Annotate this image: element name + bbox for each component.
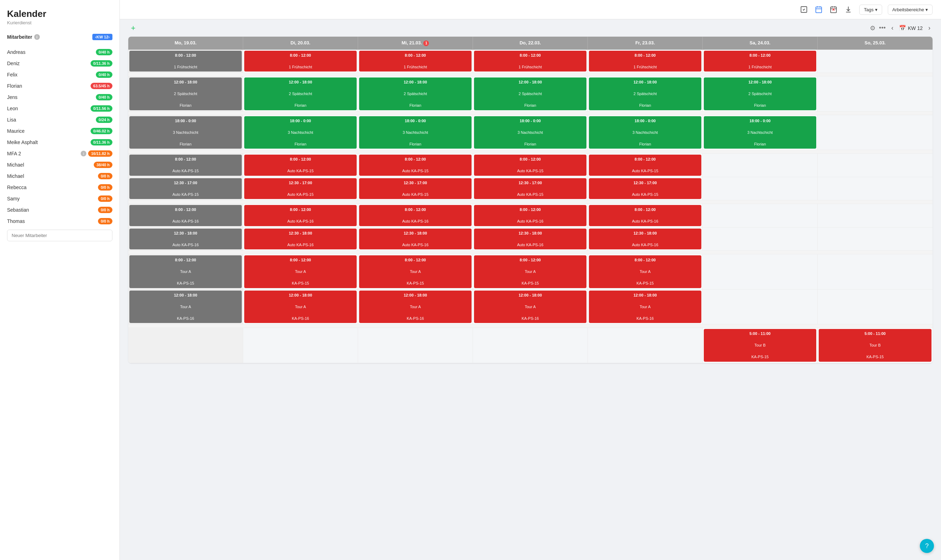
shift-block[interactable]: 12:00 - 18:00Tour AKA-PS-16 [474, 291, 586, 323]
check-icon[interactable] [799, 4, 809, 15]
shift-block[interactable]: 12:30 - 18:00Auto KA-PS-16 [589, 229, 701, 250]
add-shift-button[interactable]: + [128, 23, 138, 33]
calendar-small-icon: 📅 [899, 25, 906, 31]
prev-week-button[interactable]: ‹ [889, 23, 896, 33]
shift-block[interactable]: 8:00 - 12:001 Frühschicht [704, 51, 816, 72]
shift-block[interactable]: 12:00 - 18:002 SpätschichtFlorian [244, 77, 357, 110]
shift-block[interactable]: 8:00 - 12:00Auto KA-PS-15 [359, 155, 472, 176]
employee-name: Leon [7, 106, 18, 111]
shift-block[interactable]: 8:00 - 12:00Tour AKA-PS-15 [359, 255, 472, 288]
shift-block[interactable]: 5:00 - 11:00Tour BKA-PS-15 [819, 329, 932, 362]
calendar-icon[interactable] [813, 4, 824, 15]
shift-block[interactable]: 12:00 - 18:002 SpätschichtFlorian [130, 77, 242, 110]
shift-block[interactable]: 18:00 - 0:003 NachtschichtFlorian [474, 116, 586, 149]
shift-block[interactable]: 8:00 - 12:00Auto KA-PS-15 [244, 155, 357, 176]
employee-list-item[interactable]: Florian63.5/45 h [4, 80, 115, 92]
employee-list-item[interactable]: Samy0/0 h [4, 193, 115, 204]
employee-list-item[interactable]: Andreas0/40 h [4, 46, 115, 58]
employee-name: Sebastian [7, 207, 29, 213]
help-button[interactable]: ? [920, 539, 934, 553]
shift-block[interactable]: 8:00 - 12:00Tour AKA-PS-15 [474, 255, 586, 288]
employee-list-item[interactable]: Sebastian0/0 h [4, 204, 115, 215]
employee-list-item[interactable]: Rebecca0/0 h [4, 182, 115, 193]
shift-block[interactable]: 18:00 - 0:003 NachtschichtFlorian [704, 116, 816, 149]
calendar-cell: 8:00 - 12:001 Frühschicht [128, 50, 243, 73]
shift-block[interactable]: 8:00 - 12:00Tour AKA-PS-15 [244, 255, 357, 288]
shift-block[interactable]: 12:00 - 18:002 SpätschichtFlorian [474, 77, 586, 110]
calendar-cell: 12:00 - 18:002 SpätschichtFlorian [358, 77, 473, 111]
next-week-button[interactable]: › [926, 23, 933, 33]
shift-block[interactable]: 12:30 - 17:00Auto KA-PS-15 [130, 178, 242, 199]
shift-block[interactable]: 12:30 - 18:00Auto KA-PS-16 [130, 229, 242, 250]
cancel-icon[interactable] [828, 4, 839, 15]
shift-block[interactable]: 8:00 - 12:00Auto KA-PS-15 [589, 155, 701, 176]
shift-block[interactable]: 12:00 - 18:00Tour AKA-PS-16 [244, 291, 357, 323]
shift-block[interactable]: 12:30 - 17:00Auto KA-PS-15 [589, 178, 701, 199]
employee-info-icon[interactable]: i [81, 151, 86, 156]
shift-block[interactable]: 8:00 - 12:001 Frühschicht [474, 51, 586, 72]
settings-icon[interactable]: ⚙ [870, 24, 875, 32]
shift-block[interactable]: 8:00 - 12:00Auto KA-PS-16 [244, 205, 357, 226]
sidebar-section: Mitarbeiter i ‹KW 12› [0, 28, 119, 46]
shift-block[interactable]: 8:00 - 12:00Tour AKA-PS-15 [589, 255, 701, 288]
shift-block[interactable]: 12:30 - 18:00Auto KA-PS-16 [359, 229, 472, 250]
shift-block[interactable]: 18:00 - 0:003 NachtschichtFlorian [244, 116, 357, 149]
shift-block[interactable]: 12:30 - 18:00Auto KA-PS-16 [474, 229, 586, 250]
download-icon[interactable] [843, 4, 854, 15]
kw-display: 📅 KW 12 [899, 25, 922, 31]
calendar-cell: 12:00 - 18:00Tour AKA-PS-16 [128, 289, 243, 325]
employee-list-item[interactable]: Deniz0/11.36 h [4, 58, 115, 69]
shift-block[interactable]: 8:00 - 12:001 Frühschicht [244, 51, 357, 72]
employee-name: Meike Asphalt [7, 140, 38, 145]
table-row: 12:30 - 17:00Auto KA-PS-1512:30 - 17:00A… [128, 177, 933, 201]
shift-block[interactable]: 12:30 - 18:00Auto KA-PS-16 [244, 229, 357, 250]
shift-block[interactable]: 12:00 - 18:00Tour AKA-PS-16 [589, 291, 701, 323]
shift-block[interactable]: 12:00 - 18:002 SpätschichtFlorian [704, 77, 816, 110]
shift-block[interactable]: 18:00 - 0:003 NachtschichtFlorian [130, 116, 242, 149]
shift-block[interactable]: 8:00 - 12:00Auto KA-PS-16 [474, 205, 586, 226]
shift-block[interactable]: 8:00 - 12:001 Frühschicht [130, 51, 242, 72]
shift-block[interactable]: 8:00 - 12:00Auto KA-PS-15 [130, 155, 242, 176]
shift-block[interactable]: 8:00 - 12:00Auto KA-PS-16 [589, 205, 701, 226]
employee-list-item[interactable]: MFA 2i16/11.82 h [4, 148, 115, 159]
employee-list-item[interactable]: Lisa0/24 h [4, 114, 115, 125]
shift-block[interactable]: 8:00 - 12:00Tour AKA-PS-15 [130, 255, 242, 288]
shift-block[interactable]: 5:00 - 11:00Tour BKA-PS-15 [704, 329, 816, 362]
calendar-area[interactable]: Mo, 19.03.Di, 20.03.Mi, 21.03.1Do, 22.03… [120, 37, 941, 560]
calendar-cell [818, 177, 933, 200]
employee-list-item[interactable]: Thomas0/0 h [4, 215, 115, 227]
employee-list-item[interactable]: Michael0/0 h [4, 171, 115, 182]
shift-block[interactable]: 12:30 - 17:00Auto KA-PS-15 [244, 178, 357, 199]
shift-block[interactable]: 12:00 - 18:00Tour AKA-PS-16 [130, 291, 242, 323]
employee-list-item[interactable]: Maurice0/46.02 h [4, 125, 115, 137]
employee-list-item[interactable]: Michael38/40 h [4, 159, 115, 171]
info-icon[interactable]: i [34, 34, 40, 40]
shift-block[interactable]: 8:00 - 12:00Auto KA-PS-16 [359, 205, 472, 226]
employee-list-item[interactable]: Jens0/40 h [4, 92, 115, 103]
day-header: Do, 22.03. [473, 37, 588, 50]
employee-name: Andreas [7, 49, 25, 55]
calendar-cell: 8:00 - 12:00Auto KA-PS-15 [243, 154, 358, 177]
more-options-icon[interactable]: ••• [879, 24, 885, 32]
employee-list-item[interactable]: Leon0/11.56 h [4, 103, 115, 114]
arbeitsbereiche-button[interactable]: Arbeitsbereiche ▾ [888, 5, 933, 15]
shift-block[interactable]: 8:00 - 12:001 Frühschicht [589, 51, 701, 72]
shift-block[interactable]: 8:00 - 12:001 Frühschicht [359, 51, 472, 72]
new-employee-input[interactable] [7, 230, 113, 241]
employee-hours-badge: 0/0 h [98, 195, 113, 202]
shift-block[interactable]: 18:00 - 0:003 NachtschichtFlorian [589, 116, 701, 149]
shift-block[interactable]: 8:00 - 12:00Auto KA-PS-15 [474, 155, 586, 176]
shift-block[interactable]: 12:00 - 18:002 SpätschichtFlorian [359, 77, 472, 110]
employee-list-item[interactable]: Meike Asphalt0/11.36 h [4, 137, 115, 148]
calendar-cell [703, 228, 818, 251]
shift-block[interactable]: 18:00 - 0:003 NachtschichtFlorian [359, 116, 472, 149]
tags-button[interactable]: Tags ▾ [859, 5, 882, 15]
employee-list-item[interactable]: Felix0/40 h [4, 69, 115, 80]
shift-block[interactable]: 8:00 - 12:00Auto KA-PS-16 [130, 205, 242, 226]
shift-block[interactable]: 12:30 - 17:00Auto KA-PS-15 [474, 178, 586, 199]
shift-block[interactable]: 12:00 - 18:00Tour AKA-PS-16 [359, 291, 472, 323]
shift-block[interactable]: 12:00 - 18:002 SpätschichtFlorian [589, 77, 701, 110]
shift-block[interactable]: 12:30 - 17:00Auto KA-PS-15 [359, 178, 472, 199]
kw-badge[interactable]: ‹KW 12› [93, 34, 113, 40]
calendar-cell [128, 328, 243, 363]
